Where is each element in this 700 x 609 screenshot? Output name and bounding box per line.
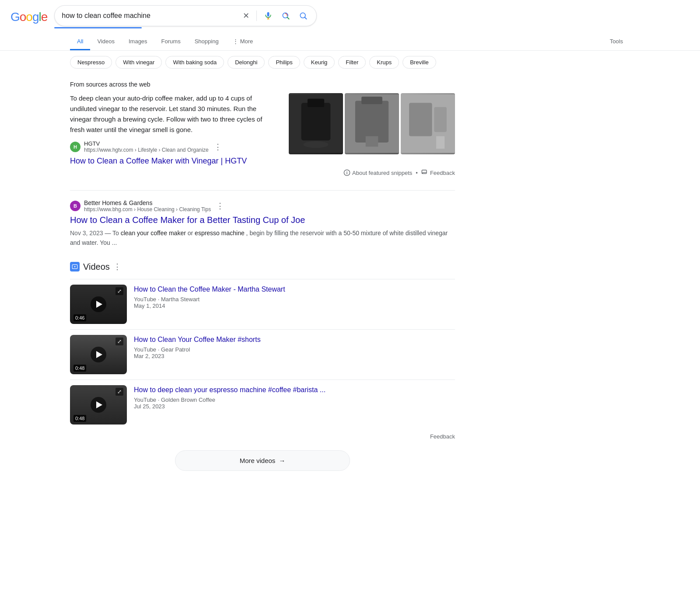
tab-more[interactable]: ⋮ More	[226, 34, 260, 50]
snippet-image-3	[401, 93, 455, 154]
video-title-3[interactable]: How to deep clean your espresso machine …	[134, 385, 455, 395]
svg-rect-13	[361, 97, 382, 104]
footer-separator: •	[416, 170, 418, 176]
voice-search-button[interactable]	[262, 10, 274, 22]
result-title[interactable]: How to Clean a Coffee Maker for a Better…	[70, 214, 455, 226]
video-expand-1[interactable]: ⤢	[116, 287, 123, 295]
main-content: From sources across the web To deep clea…	[0, 74, 525, 485]
result-snippet-prefix: — To	[105, 230, 120, 237]
chips-row: Nespresso With vinegar With baking soda …	[0, 51, 700, 74]
result-snippet-bold-3: espresso machine	[195, 230, 245, 237]
result-favicon: B	[70, 201, 80, 211]
video-info-3: How to deep clean your espresso machine …	[134, 385, 455, 425]
video-channel-2: Gear Patrol	[161, 346, 190, 353]
svg-point-10	[303, 141, 328, 148]
videos-header: Videos ⋮	[70, 262, 455, 272]
svg-rect-8	[301, 103, 331, 140]
chip-philips[interactable]: Philips	[268, 56, 300, 69]
svg-line-4	[287, 17, 289, 19]
video-item-1: 0:46 ⤢ How to Clean the Coffee Maker - M…	[70, 279, 455, 329]
video-source-3: YouTube	[134, 397, 156, 403]
result-source: B Better Homes & Gardens https://www.bhg…	[70, 199, 455, 212]
svg-marker-24	[74, 266, 76, 268]
svg-rect-9	[308, 99, 324, 107]
video-date-2: Mar 2, 2023	[134, 353, 455, 359]
snippet-feedback-link[interactable]: Feedback	[421, 169, 455, 176]
snippet-link[interactable]: How to Clean a Coffee Maker with Vinegar…	[70, 157, 278, 166]
search-divider	[256, 10, 257, 21]
tab-images[interactable]: Images	[122, 34, 154, 50]
chip-filter[interactable]: Filter	[338, 56, 366, 69]
play-square-icon	[72, 264, 78, 270]
search-button[interactable]	[297, 10, 309, 22]
chip-keurig[interactable]: Keurig	[304, 56, 335, 69]
video-info-2: How to Clean Your Coffee Maker #shorts Y…	[134, 335, 455, 374]
video-meta-3: YouTube · Golden Brown Coffee	[134, 397, 455, 403]
video-expand-3[interactable]: ⤢	[116, 388, 123, 396]
video-title-1[interactable]: How to Clean the Coffee Maker - Martha S…	[134, 285, 455, 294]
videos-title: Videos	[83, 262, 110, 272]
video-date-1: May 1, 2014	[134, 303, 455, 309]
from-sources-heading: From sources across the web	[70, 81, 455, 88]
svg-line-6	[305, 17, 307, 19]
search-icon	[299, 11, 308, 20]
result-menu-icon[interactable]: ⋮	[216, 201, 224, 211]
video-source-1: YouTube	[134, 296, 156, 303]
snippet-footer: About featured snippets • Feedback	[70, 166, 455, 180]
search-underline	[54, 27, 142, 28]
video-dot-2: ·	[158, 346, 161, 353]
video-title-2[interactable]: How to Clean Your Coffee Maker #shorts	[134, 335, 455, 345]
snippet-source: H HGTV https://www.hgtv.com › Lifestyle …	[70, 140, 278, 153]
svg-rect-0	[267, 12, 270, 17]
tab-shopping[interactable]: Shopping	[188, 34, 226, 50]
featured-snippet: From sources across the web To deep clea…	[70, 74, 455, 187]
result-url: https://www.bhg.com › House Cleaning › C…	[84, 206, 211, 212]
svg-point-21	[346, 171, 347, 171]
search-result-bhg: B Better Homes & Gardens https://www.bhg…	[70, 192, 455, 255]
chip-with-baking-soda[interactable]: With baking soda	[165, 56, 224, 69]
videos-section: Videos ⋮ 0:46 ⤢ How to Clean the Coffee …	[70, 255, 455, 485]
tab-videos[interactable]: Videos	[90, 34, 122, 50]
chip-nespresso[interactable]: Nespresso	[70, 56, 112, 69]
source-menu-icon[interactable]: ⋮	[214, 142, 222, 152]
chip-delonghi[interactable]: Delonghi	[228, 56, 265, 69]
video-info-1: How to Clean the Coffee Maker - Martha S…	[134, 285, 455, 324]
search-input[interactable]	[62, 12, 236, 20]
chip-with-vinegar[interactable]: With vinegar	[116, 56, 162, 69]
tab-tools[interactable]: Tools	[603, 34, 630, 50]
lens-button[interactable]	[280, 10, 292, 22]
chip-krups[interactable]: Krups	[369, 56, 399, 69]
play-button-3[interactable]	[91, 397, 106, 413]
more-videos-button[interactable]: More videos →	[175, 450, 350, 471]
lens-icon	[281, 11, 290, 20]
result-favicon-letter: B	[74, 203, 77, 209]
video-item-2: 0:48 ⤢ How to Clean Your Coffee Maker #s…	[70, 329, 455, 379]
source-info: HGTV https://www.hgtv.com › Lifestyle › …	[84, 140, 209, 153]
video-expand-2[interactable]: ⤢	[116, 338, 123, 345]
chip-breville[interactable]: Breville	[402, 56, 436, 69]
result-snippet: Nov 3, 2023 — To clean your coffee maker…	[70, 228, 455, 248]
video-meta-1: YouTube · Martha Stewart	[134, 296, 455, 303]
result-snippet-bold-1: clean your	[121, 230, 149, 237]
nav-tabs: All Videos Images Forums Shopping ⋮ More…	[0, 34, 700, 51]
play-button-2[interactable]	[91, 347, 106, 362]
tab-all[interactable]: All	[70, 34, 90, 50]
more-videos-label: More videos	[240, 457, 276, 464]
play-triangle-2	[96, 351, 102, 358]
more-videos-arrow-icon: →	[279, 457, 285, 464]
videos-menu-icon[interactable]: ⋮	[113, 262, 121, 271]
svg-rect-14	[366, 136, 378, 147]
video-channel-1: Martha Stewart	[161, 296, 200, 303]
video-thumbnail-1: 0:46 ⤢	[70, 285, 127, 324]
videos-feedback[interactable]: Feedback	[70, 430, 455, 443]
tab-forums[interactable]: Forums	[154, 34, 188, 50]
snippet-text-area: To deep clean your auto-drip coffee make…	[70, 93, 278, 166]
feedback-icon	[421, 169, 428, 176]
play-button-1[interactable]	[91, 296, 106, 312]
clear-button[interactable]: ✕	[241, 9, 251, 22]
video-dot-1: ·	[158, 296, 161, 303]
video-thumbnail-3: 0:48 ⤢	[70, 385, 127, 425]
about-featured-snippets-link[interactable]: About featured snippets	[343, 169, 412, 176]
video-duration-1: 0:46	[74, 314, 86, 321]
video-thumbnail-2: 0:48 ⤢	[70, 335, 127, 374]
